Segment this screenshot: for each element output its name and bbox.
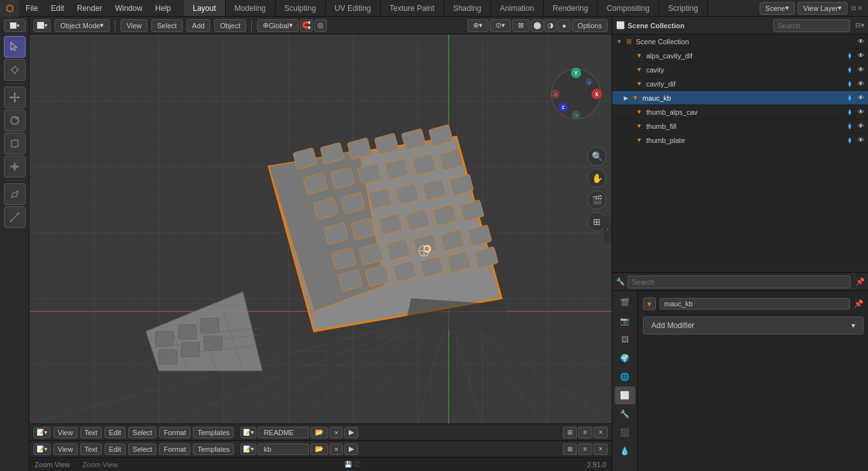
view-split-btn-1[interactable]: ≡ (578, 427, 592, 438)
funnel-icon-4[interactable]: ⧫ (844, 93, 855, 103)
mauc-kb-arrow[interactable]: ▶ (621, 94, 630, 103)
tab-layout[interactable]: Layout (184, 0, 226, 16)
solid-shading-btn[interactable]: ⬤ (531, 19, 544, 32)
object-mode-dropdown[interactable]: Object Mode ▾ (54, 19, 110, 32)
view-list-btn-1[interactable]: ⊞ (563, 427, 577, 438)
outliner-search[interactable] (773, 19, 850, 32)
view-close-btn-2[interactable]: × (594, 443, 608, 455)
object-menu[interactable]: Object (214, 19, 246, 32)
view-split-btn-2[interactable]: ≡ (578, 443, 592, 455)
view-menu[interactable]: View (121, 19, 147, 32)
transform-tool-btn[interactable] (4, 156, 26, 178)
unlink-file-btn-2[interactable]: × (330, 443, 342, 455)
annotate-tool-btn[interactable] (4, 183, 26, 205)
outliner-item-mauc-kb[interactable]: ▶ ▼ mauc_kb ⧫ 👁 (612, 91, 868, 105)
outliner-item-thumb-plate[interactable]: ▼ thumb_plate ⧫ 👁 (612, 133, 868, 147)
view-list-btn-2[interactable]: ⊞ (563, 443, 577, 455)
options-btn[interactable]: Options (572, 19, 608, 32)
select-btn-1[interactable]: Select (128, 427, 157, 438)
menu-file[interactable]: File (19, 0, 44, 16)
measure-tool-btn[interactable] (4, 206, 26, 228)
eye-icon-7[interactable]: 👁 (856, 135, 866, 145)
edit-btn-2[interactable]: Edit (104, 443, 126, 455)
outliner-icon[interactable]: ⬜ (616, 21, 625, 29)
move-tool-btn[interactable] (4, 87, 26, 108)
rendered-shading-btn[interactable]: ● (558, 19, 571, 32)
text-editor-type-2[interactable]: 📝▾ (33, 443, 51, 455)
tab-modeling[interactable]: Modeling (226, 0, 276, 16)
object-props-icon[interactable]: ⬜ (615, 386, 635, 404)
templates-btn-1[interactable]: Templates (193, 427, 234, 438)
scene-selector[interactable]: Scene ▾ (760, 2, 795, 15)
outliner-item-cavity-dif[interactable]: ▼ cavity_dif ⧫ 👁 (612, 77, 868, 91)
menu-render[interactable]: Render (71, 0, 108, 16)
object-name-field[interactable]: mauc_kb (660, 298, 850, 310)
particles-props-icon[interactable]: ⬛ (615, 424, 635, 442)
tab-uv-editing[interactable]: UV Editing (326, 0, 381, 16)
outliner-filter-btn[interactable]: ⊟▾ (855, 21, 865, 29)
eye-icon-2[interactable]: 👁 (856, 65, 866, 75)
xray-btn[interactable]: ⊠ (512, 19, 530, 32)
tab-texture-paint[interactable]: Texture Paint (381, 0, 444, 16)
funnel-icon-5[interactable]: ⧫ (844, 107, 855, 117)
format-btn-2[interactable]: Format (159, 443, 190, 455)
scale-tool-btn[interactable] (4, 133, 26, 154)
funnel-icon-2[interactable]: ⧫ (844, 65, 855, 75)
select-menu[interactable]: Select (151, 19, 183, 32)
tab-shading[interactable]: Shading (444, 0, 491, 16)
templates-btn-2[interactable]: Templates (193, 443, 234, 455)
camera-btn[interactable]: 🎬 (587, 190, 606, 210)
output-props-icon[interactable]: 📷 (615, 312, 635, 330)
material-shading-btn[interactable]: ◑ (544, 19, 557, 32)
funnel-icon-6[interactable]: ⧫ (844, 121, 855, 131)
pin-object-btn[interactable]: 📌 (854, 299, 864, 308)
menu-help[interactable]: Help (149, 0, 178, 16)
text-editor-type-1[interactable]: 📝▾ (33, 427, 51, 438)
tab-rendering[interactable]: Rendering (544, 0, 597, 16)
panel-collapse-handle[interactable]: ‹ (604, 217, 612, 242)
edit-btn-1[interactable]: Edit (104, 427, 126, 438)
viewport-canvas[interactable]: User Perspective (20) Scene Collection |… (29, 35, 612, 424)
viewlayer-props-icon[interactable]: 🖼 (615, 331, 635, 349)
view-btn-2[interactable]: View (53, 443, 78, 455)
scene-props-icon[interactable]: 🌍 (615, 349, 635, 367)
proportional-btn[interactable]: ◎ (314, 19, 327, 32)
eye-icon-3[interactable]: 👁 (856, 79, 866, 89)
tab-compositing[interactable]: Compositing (597, 0, 659, 16)
unlink-file-btn-1[interactable]: × (330, 427, 342, 438)
text-btn-1[interactable]: Text (80, 427, 102, 438)
menu-window[interactable]: Window (108, 0, 149, 16)
select-btn-2[interactable]: Select (128, 443, 157, 455)
rotate-tool-btn[interactable] (4, 110, 26, 131)
global-transform-btn[interactable]: ⊕ Global ▾ (257, 19, 299, 32)
filename-2[interactable]: kb (258, 443, 309, 455)
render-props-icon[interactable]: 🎬 (615, 293, 635, 311)
viewport-overlay-btn[interactable]: ⊙▾ (490, 19, 511, 32)
format-btn-1[interactable]: Format (159, 427, 190, 438)
menu-edit[interactable]: Edit (44, 0, 71, 16)
outliner-item-thumb-fill[interactable]: ▼ thumb_fill ⧫ 👁 (612, 119, 868, 133)
editor-type-btn[interactable]: ⬜▾ (4, 19, 26, 32)
eye-icon-6[interactable]: 👁 (856, 121, 866, 131)
eye-icon-5[interactable]: 👁 (856, 107, 866, 117)
open-file-btn-1[interactable]: 📂 (310, 427, 328, 438)
funnel-icon-1[interactable]: ⧫ (844, 51, 855, 61)
text-btn-2[interactable]: Text (80, 443, 102, 455)
run-script-btn-2[interactable]: ▶ (344, 443, 358, 455)
outliner-item-thumb-alps-cav[interactable]: ▼ thumb_alps_cav ⧫ 👁 (612, 105, 868, 119)
add-menu[interactable]: Add (187, 19, 211, 32)
pin-btn[interactable]: 📌 (856, 277, 865, 286)
text-type-1[interactable]: 📝▾ (240, 427, 256, 438)
props-editor-icon[interactable]: 🔧 (616, 277, 625, 286)
select-tool-btn[interactable] (4, 36, 26, 58)
view-btn-1[interactable]: View (53, 427, 78, 438)
vis-eye-icon[interactable]: 👁 (856, 37, 866, 47)
add-modifier-btn[interactable]: Add Modifier ▾ (643, 317, 864, 335)
outliner-item-alps-cavity-dif[interactable]: ▼ alps_cavity_dif ⧫ 👁 (612, 49, 868, 63)
open-file-btn-2[interactable]: 📂 (310, 443, 328, 455)
text-type-2[interactable]: 📝▾ (240, 443, 256, 455)
run-script-btn-1[interactable]: ▶ (344, 427, 358, 438)
gizmo-btn[interactable]: ⊕▾ (467, 19, 488, 32)
funnel-icon-3[interactable]: ⧫ (844, 79, 855, 89)
tab-animation[interactable]: Animation (491, 0, 544, 16)
